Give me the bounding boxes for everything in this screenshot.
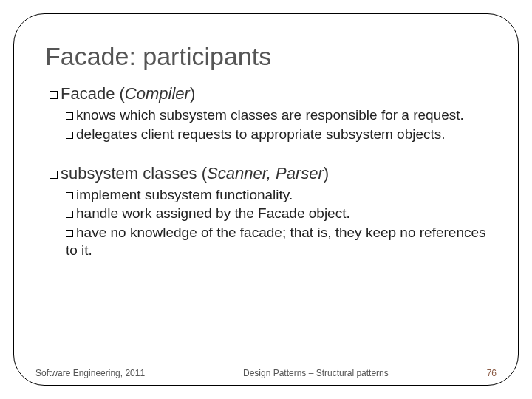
section-paren: Scanner, Parser: [207, 164, 324, 183]
section-paren: Compiler: [125, 84, 190, 103]
section-label: subsystem classes: [61, 164, 197, 183]
sub-bullet: implement subsystem functionality.: [66, 186, 487, 204]
section-heading: subsystem classes (Scanner, Parser): [50, 164, 487, 183]
square-bullet-icon: [66, 112, 73, 120]
sub-bullet: knows which subsystem classes are respon…: [66, 106, 487, 124]
sub-bullet-text: handle work assigned by the Facade objec…: [76, 205, 350, 221]
sub-bullet-text: knows which subsystem classes are respon…: [76, 107, 464, 123]
square-bullet-icon: [50, 171, 58, 179]
slide-frame: Facade: participants Facade (Compiler) k…: [13, 13, 519, 386]
section-heading: Facade (Compiler): [50, 84, 487, 103]
footer-left: Software Engineering, 2011: [35, 368, 145, 378]
sub-bullet-text: have no knowledge of the facade; that is…: [66, 225, 486, 258]
square-bullet-icon: [66, 230, 73, 237]
sub-bullet: have no knowledge of the facade; that is…: [66, 224, 487, 259]
square-bullet-icon: [50, 91, 58, 99]
square-bullet-icon: [66, 211, 73, 218]
sub-bullet-text: implement subsystem functionality.: [76, 187, 293, 202]
sub-bullet: handle work assigned by the Facade objec…: [66, 205, 487, 222]
footer-page-number: 76: [487, 368, 497, 378]
footer-center: Design Patterns – Structural patterns: [145, 368, 487, 378]
square-bullet-icon: [66, 132, 73, 139]
sub-bullet-text: delegates client requests to appropriate…: [76, 126, 446, 142]
sub-bullet: delegates client requests to appropriate…: [66, 126, 487, 143]
square-bullet-icon: [66, 192, 73, 200]
section-label: Facade: [61, 84, 115, 103]
slide-title: Facade: participants: [45, 42, 487, 71]
slide-footer: Software Engineering, 2011 Design Patter…: [35, 368, 497, 378]
